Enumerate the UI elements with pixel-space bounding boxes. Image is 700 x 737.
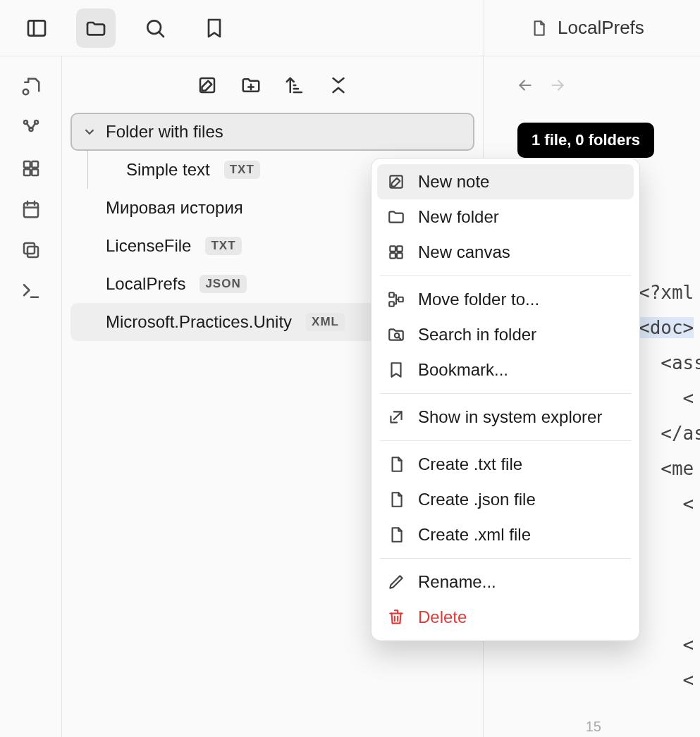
folder-stats-tooltip: 1 file, 0 folders bbox=[517, 123, 654, 158]
arrow-left-icon bbox=[516, 76, 534, 94]
calendar-icon bbox=[20, 199, 42, 220]
rail-canvas[interactable] bbox=[20, 158, 42, 179]
tree-icon bbox=[387, 290, 405, 309]
file-icon bbox=[529, 19, 548, 37]
collapse-button[interactable] bbox=[328, 75, 349, 96]
edit-icon bbox=[387, 173, 405, 191]
ctx-new-canvas[interactable]: New canvas bbox=[377, 235, 634, 270]
separator bbox=[380, 440, 631, 441]
nav-back-button[interactable] bbox=[516, 76, 534, 94]
new-note-button[interactable] bbox=[197, 75, 218, 96]
file-badge: XML bbox=[306, 313, 345, 331]
file-icon bbox=[387, 490, 405, 509]
tab-title[interactable]: LocalPrefs bbox=[558, 17, 644, 39]
grid-icon bbox=[20, 158, 42, 179]
grid-icon bbox=[387, 243, 405, 261]
folder-search-icon bbox=[387, 326, 405, 344]
rail-copy[interactable] bbox=[20, 240, 42, 261]
terminal-icon bbox=[20, 280, 42, 302]
search-icon bbox=[144, 17, 166, 39]
line-gutter: 15 16 17 bbox=[586, 719, 601, 737]
file-badge: TXT bbox=[224, 161, 260, 179]
graph-icon bbox=[20, 117, 42, 138]
file-label: Microsoft.Practices.Unity bbox=[106, 312, 292, 332]
folder-label: Folder with files bbox=[106, 122, 223, 142]
file-label: Simple text bbox=[126, 160, 210, 180]
ctx-create-json[interactable]: Create .json file bbox=[377, 482, 634, 517]
ctx-create-xml[interactable]: Create .xml file bbox=[377, 517, 634, 552]
tree-folder[interactable]: Folder with files bbox=[70, 113, 474, 151]
ctx-show-explorer[interactable]: Show in system explorer bbox=[377, 400, 634, 435]
folder-context-menu: New note New folder New canvas Move fold… bbox=[371, 158, 640, 641]
nav-forward-button[interactable] bbox=[548, 76, 567, 94]
rail-quickswitch[interactable] bbox=[20, 76, 42, 97]
trash-icon bbox=[387, 608, 405, 626]
ctx-delete[interactable]: Delete bbox=[377, 600, 634, 635]
rail-graph[interactable] bbox=[20, 117, 42, 138]
edit-icon bbox=[197, 75, 218, 96]
bookmarks-tab-button[interactable] bbox=[195, 8, 234, 48]
file-badge: TXT bbox=[205, 237, 241, 255]
separator bbox=[380, 393, 631, 394]
chevron-down-icon bbox=[82, 124, 97, 140]
copy-icon bbox=[20, 240, 42, 261]
rail-terminal[interactable] bbox=[20, 280, 42, 302]
ctx-move-folder[interactable]: Move folder to... bbox=[377, 282, 634, 317]
panel-left-icon bbox=[25, 17, 48, 39]
separator bbox=[380, 275, 631, 276]
file-label: LicenseFile bbox=[106, 236, 191, 256]
bookmark-icon bbox=[387, 361, 405, 379]
toggle-sidebar-button[interactable] bbox=[17, 8, 56, 48]
collapse-icon bbox=[328, 75, 349, 96]
search-tab-button[interactable] bbox=[135, 8, 175, 48]
new-folder-button[interactable] bbox=[240, 75, 262, 96]
file-icon bbox=[387, 526, 405, 544]
sort-button[interactable] bbox=[284, 75, 305, 96]
folder-plus-icon bbox=[240, 75, 262, 96]
ctx-new-folder[interactable]: New folder bbox=[377, 199, 634, 235]
file-label: Мировая история bbox=[106, 198, 243, 218]
left-rail bbox=[0, 56, 62, 737]
file-swap-icon bbox=[20, 76, 42, 97]
ctx-new-note[interactable]: New note bbox=[377, 164, 634, 199]
ctx-rename[interactable]: Rename... bbox=[377, 564, 634, 600]
pencil-icon bbox=[387, 573, 405, 591]
folder-icon bbox=[387, 208, 405, 226]
ctx-search-folder[interactable]: Search in folder bbox=[377, 317, 634, 352]
ctx-bookmark[interactable]: Bookmark... bbox=[377, 352, 634, 388]
sort-icon bbox=[284, 75, 305, 96]
files-tab-button[interactable] bbox=[76, 8, 116, 48]
separator bbox=[380, 558, 631, 559]
file-badge: JSON bbox=[199, 275, 246, 293]
bookmark-icon bbox=[203, 17, 226, 39]
arrow-right-icon bbox=[548, 76, 567, 94]
file-icon bbox=[387, 455, 405, 473]
rail-calendar[interactable] bbox=[20, 199, 42, 220]
folder-open-icon bbox=[85, 17, 107, 39]
code-content: <?xml <doc> <ass < </as <me < < < bbox=[639, 240, 700, 698]
external-icon bbox=[387, 408, 405, 426]
ctx-create-txt[interactable]: Create .txt file bbox=[377, 447, 634, 482]
file-label: LocalPrefs bbox=[106, 274, 185, 294]
